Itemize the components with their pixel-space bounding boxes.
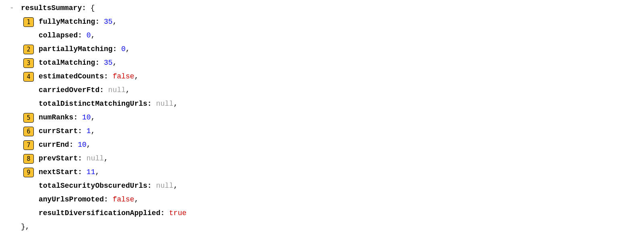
property-key: numRanks	[39, 111, 73, 124]
property-key: totalDistinctMatchingUrls	[39, 97, 147, 111]
property-value: null	[156, 179, 173, 193]
comma: ,	[87, 138, 91, 152]
comma: ,	[113, 15, 117, 29]
annotation-badge[interactable]: 9	[23, 168, 34, 177]
property-value: 35	[104, 56, 113, 70]
comma: ,	[126, 84, 130, 97]
property-row: 6currStart: 1,	[2, 125, 644, 138]
property-value: 10	[78, 138, 87, 152]
property-value: null	[87, 152, 104, 165]
property-value: true	[169, 207, 186, 220]
property-key: currEnd	[39, 138, 69, 152]
property-row: 8prevStart: null,	[2, 152, 644, 166]
property-value: null	[108, 84, 126, 97]
gutter: 9	[2, 168, 39, 177]
comma: ,	[91, 29, 95, 42]
collapse-toggle-icon[interactable]: -	[10, 2, 18, 15]
comma: ,	[134, 70, 139, 83]
annotation-badge[interactable]: 3	[23, 58, 34, 68]
property-key: prevStart	[39, 152, 78, 165]
gutter: 7	[2, 140, 39, 150]
comma: ,	[173, 97, 178, 111]
property-key: carriedOverFtd	[39, 84, 99, 97]
object-footer: } ,	[2, 220, 644, 234]
comma: ,	[104, 152, 108, 165]
property-value: 0	[121, 43, 126, 56]
gutter: 1	[2, 17, 39, 27]
comma: ,	[173, 179, 178, 193]
property-row: 2partiallyMatching: 0,	[2, 43, 644, 56]
colon: :	[104, 193, 113, 206]
property-row: carriedOverFtd: null,	[2, 84, 644, 97]
colon: :	[78, 166, 87, 179]
property-key: partiallyMatching	[39, 43, 113, 56]
annotation-badge[interactable]: 2	[23, 45, 34, 54]
colon: :	[78, 152, 87, 165]
object-header[interactable]: - resultsSummary : {	[2, 2, 644, 15]
trailing-comma: ,	[25, 220, 30, 234]
property-value: 1	[87, 125, 91, 138]
property-value: 10	[82, 111, 91, 124]
property-value: 35	[104, 15, 113, 29]
comma: ,	[95, 166, 99, 179]
colon: :	[73, 111, 82, 124]
colon: :	[147, 97, 156, 111]
property-value: 11	[87, 166, 95, 179]
colon: :	[78, 29, 87, 42]
gutter: 6	[2, 127, 39, 136]
gutter: 3	[2, 58, 39, 68]
colon: :	[104, 70, 113, 83]
gutter: 5	[2, 113, 39, 123]
property-row: 4estimatedCounts: false,	[2, 70, 644, 84]
object-body: 1fullyMatching: 35,collapsed: 0,2partial…	[2, 15, 644, 220]
property-row: 9nextStart: 11,	[2, 166, 644, 179]
property-value: false	[113, 70, 134, 83]
property-key: resultDiversificationApplied	[39, 207, 160, 220]
property-row: totalDistinctMatchingUrls: null,	[2, 97, 644, 111]
property-value: false	[113, 193, 134, 206]
property-row: collapsed: 0,	[2, 29, 644, 43]
property-key: estimatedCounts	[39, 70, 104, 83]
annotation-badge[interactable]: 6	[23, 127, 34, 136]
property-row: 1fullyMatching: 35,	[2, 15, 644, 29]
colon: :	[82, 2, 91, 15]
property-key: anyUrlsPromoted	[39, 193, 104, 206]
property-key: currStart	[39, 125, 78, 138]
comma: ,	[113, 56, 117, 70]
comma: ,	[134, 193, 139, 206]
json-tree: - resultsSummary : { 1fullyMatching: 35,…	[2, 2, 644, 234]
property-value: null	[156, 97, 173, 111]
annotation-badge[interactable]: 4	[23, 72, 34, 82]
property-key: totalSecurityObscuredUrls	[39, 179, 147, 193]
property-row: 3totalMatching: 35,	[2, 56, 644, 70]
annotation-badge[interactable]: 7	[23, 140, 34, 150]
comma: ,	[126, 43, 130, 56]
colon: :	[113, 43, 122, 56]
gutter: 8	[2, 154, 39, 164]
root-key: resultsSummary	[21, 2, 82, 15]
close-brace: }	[21, 220, 25, 234]
colon: :	[69, 138, 78, 152]
property-key: fullyMatching	[39, 15, 95, 29]
colon: :	[78, 125, 87, 138]
annotation-badge[interactable]: 5	[23, 113, 34, 123]
comma: ,	[91, 111, 95, 124]
colon: :	[99, 84, 108, 97]
property-row: resultDiversificationApplied: true	[2, 207, 644, 220]
gutter: 2	[2, 45, 39, 54]
colon: :	[160, 207, 169, 220]
property-key: collapsed	[39, 29, 78, 42]
annotation-badge[interactable]: 8	[23, 154, 34, 164]
property-key: totalMatching	[39, 56, 95, 70]
colon: :	[95, 56, 104, 70]
gutter: 4	[2, 72, 39, 82]
property-row: 5numRanks: 10,	[2, 111, 644, 125]
property-row: totalSecurityObscuredUrls: null,	[2, 179, 644, 193]
property-key: nextStart	[39, 166, 78, 179]
comma: ,	[91, 125, 95, 138]
property-row: 7currEnd: 10,	[2, 138, 644, 152]
annotation-badge[interactable]: 1	[23, 17, 34, 27]
property-value: 0	[87, 29, 91, 42]
colon: :	[95, 15, 104, 29]
property-row: anyUrlsPromoted: false,	[2, 193, 644, 207]
